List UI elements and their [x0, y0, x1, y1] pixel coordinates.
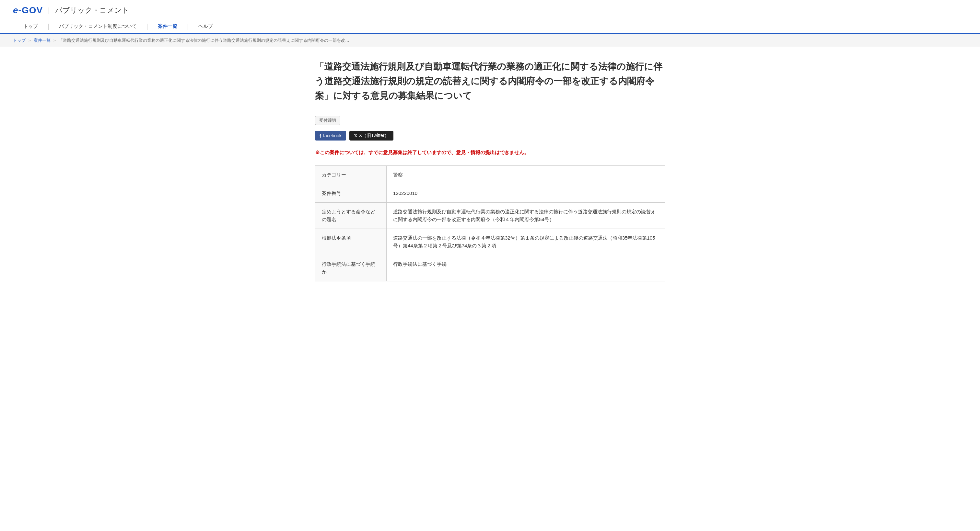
table-row: カテゴリー 警察: [315, 166, 665, 184]
breadcrumb-link-cases[interactable]: 案件一覧: [34, 38, 51, 43]
table-value: 行政手続法に基づく手続: [387, 255, 665, 281]
table-value: 警察: [387, 166, 665, 184]
table-value: 道路交通法の一部を改正する法律（令和４年法律第32号）第１条の規定による改正後の…: [387, 229, 665, 255]
breadcrumb-link-top[interactable]: トップ: [13, 38, 25, 43]
table-label: 根拠法令条項: [315, 229, 387, 255]
site-logo: e-GOV: [13, 5, 43, 16]
nav-item-about[interactable]: パブリック・コメント制度について: [49, 20, 147, 34]
breadcrumb: トップ ＞ 案件一覧 ＞ 「道路交通法施行規則及び自動車運転代行業の業務の適正化…: [0, 34, 980, 47]
logo-subtitle: パブリック・コメント: [55, 5, 129, 15]
breadcrumb-sep-1: ＞: [27, 38, 32, 43]
logo-gov: GOV: [22, 5, 43, 15]
facebook-label: facebook: [323, 133, 342, 138]
table-label: カテゴリー: [315, 166, 387, 184]
site-header: e-GOV | パブリック・コメント トップ パブリック・コメント制度について …: [0, 0, 980, 34]
facebook-icon: f: [320, 133, 321, 139]
status-badge: 受付締切: [315, 116, 340, 125]
table-row: 案件番号 120220010: [315, 184, 665, 203]
x-icon: 𝕏: [354, 133, 357, 138]
logo-area: e-GOV | パブリック・コメント: [13, 5, 967, 16]
share-buttons: f facebook 𝕏 X（旧Twitter）: [315, 131, 665, 141]
main-content: 「道路交通法施行規則及び自動車運転代行業の業務の適正化に関する法律の施行に伴う道…: [296, 47, 684, 294]
info-table: カテゴリー 警察 案件番号 120220010 定めようとする命令などの題名 道…: [315, 165, 665, 281]
page-title: 「道路交通法施行規則及び自動車運転代行業の業務の適正化に関する法律の施行に伴う道…: [315, 60, 665, 103]
logo-e: e: [13, 5, 19, 15]
breadcrumb-current: 「道路交通法施行規則及び自動車運転代行業の業務の適正化に関する法律の施行に伴う道…: [59, 38, 350, 43]
table-value: 120220010: [387, 184, 665, 203]
nav-item-help[interactable]: ヘルプ: [188, 20, 223, 34]
table-row: 行政手続法に基づく手続か 行政手続法に基づく手続: [315, 255, 665, 281]
table-row: 定めようとする命令などの題名 道路交通法施行規則及び自動車運転代行業の業務の適正…: [315, 203, 665, 229]
table-value: 道路交通法施行規則及び自動車運転代行業の業務の適正化に関する法律の施行に伴う道路…: [387, 203, 665, 229]
main-nav: トップ パブリック・コメント制度について 案件一覧 ヘルプ: [13, 20, 967, 33]
facebook-share-button[interactable]: f facebook: [315, 131, 346, 141]
twitter-share-button[interactable]: 𝕏 X（旧Twitter）: [349, 131, 394, 141]
table-label: 定めようとする命令などの題名: [315, 203, 387, 229]
closed-notice: ※この案件については、すでに意見募集は終了していますので、意見・情報の提出はでき…: [315, 150, 665, 156]
nav-item-top[interactable]: トップ: [13, 20, 48, 34]
nav-item-cases[interactable]: 案件一覧: [148, 20, 188, 34]
table-label: 案件番号: [315, 184, 387, 203]
logo-hyphen: -: [19, 5, 22, 15]
table-row: 根拠法令条項 道路交通法の一部を改正する法律（令和４年法律第32号）第１条の規定…: [315, 229, 665, 255]
breadcrumb-sep-2: ＞: [52, 38, 57, 43]
table-label: 行政手続法に基づく手続か: [315, 255, 387, 281]
twitter-label: X（旧Twitter）: [359, 133, 389, 139]
logo-separator: |: [48, 6, 50, 14]
